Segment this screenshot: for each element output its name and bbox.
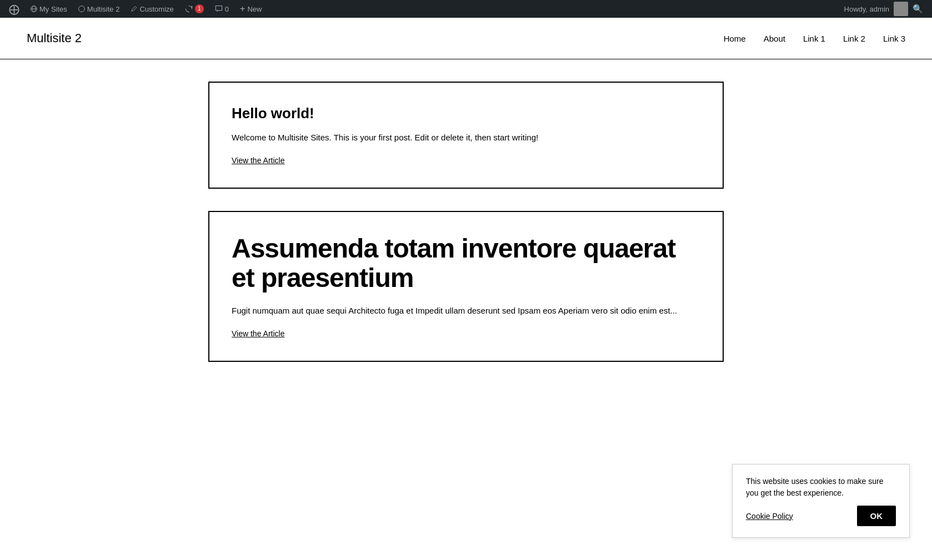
admin-bar-customize[interactable]: Customize <box>126 0 178 18</box>
howdy-text: Howdy, admin <box>844 5 889 13</box>
multisite2-label: Multisite 2 <box>87 5 120 13</box>
article-card-1: Hello world! Welcome to Multisite Sites.… <box>208 82 724 189</box>
admin-bar-comments[interactable]: 0 <box>211 0 233 18</box>
article-2-cta[interactable]: View the Article <box>232 329 284 338</box>
article-1-title: Hello world! <box>232 105 700 122</box>
admin-avatar[interactable] <box>894 2 908 16</box>
article-card-2: Assumenda totam inventore quaerat et pra… <box>208 211 724 362</box>
admin-bar-multisite2[interactable]: Multisite 2 <box>74 0 124 18</box>
new-icon: + <box>240 4 245 14</box>
svg-point-3 <box>78 6 84 12</box>
nav-home[interactable]: Home <box>724 34 746 43</box>
admin-bar-wp-logo[interactable]: ⨁ <box>4 0 24 18</box>
nav-link2[interactable]: Link 2 <box>843 34 865 43</box>
admin-bar-updates[interactable]: 1 <box>181 0 208 18</box>
site-nav: Home About Link 1 Link 2 Link 3 <box>724 34 905 43</box>
updates-badge: 1 <box>195 4 204 13</box>
article-2-title: Assumenda totam inventore quaerat et pra… <box>232 234 700 293</box>
nav-link1[interactable]: Link 1 <box>803 34 825 43</box>
my-sites-label: My Sites <box>39 5 67 13</box>
comments-badge: 0 <box>225 5 229 13</box>
search-icon[interactable]: 🔍 <box>913 4 923 14</box>
my-sites-icon <box>31 6 37 12</box>
wp-icon: ⨁ <box>9 3 19 16</box>
article-1-excerpt: Welcome to Multisite Sites. This is your… <box>232 131 700 144</box>
customize-icon <box>131 6 137 12</box>
admin-bar-right: Howdy, admin 🔍 <box>844 2 928 16</box>
new-label: New <box>247 5 262 13</box>
article-2-excerpt: Fugit numquam aut quae sequi Architecto … <box>232 304 700 317</box>
nav-about[interactable]: About <box>764 34 785 43</box>
admin-bar: ⨁ My Sites Multisite 2 Customize 1 0 + N… <box>0 0 932 18</box>
nav-link3[interactable]: Link 3 <box>883 34 905 43</box>
site-header: Multisite 2 Home About Link 1 Link 2 Lin… <box>0 18 932 59</box>
updates-icon <box>185 5 193 13</box>
main-content: Hello world! Welcome to Multisite Sites.… <box>199 59 733 395</box>
customize-label: Customize <box>139 5 173 13</box>
comments-icon <box>215 5 223 13</box>
multisite2-icon <box>78 6 85 12</box>
admin-bar-my-sites[interactable]: My Sites <box>26 0 72 18</box>
admin-bar-new[interactable]: + New <box>235 0 266 18</box>
site-title[interactable]: Multisite 2 <box>27 31 82 46</box>
article-1-cta[interactable]: View the Article <box>232 156 284 165</box>
